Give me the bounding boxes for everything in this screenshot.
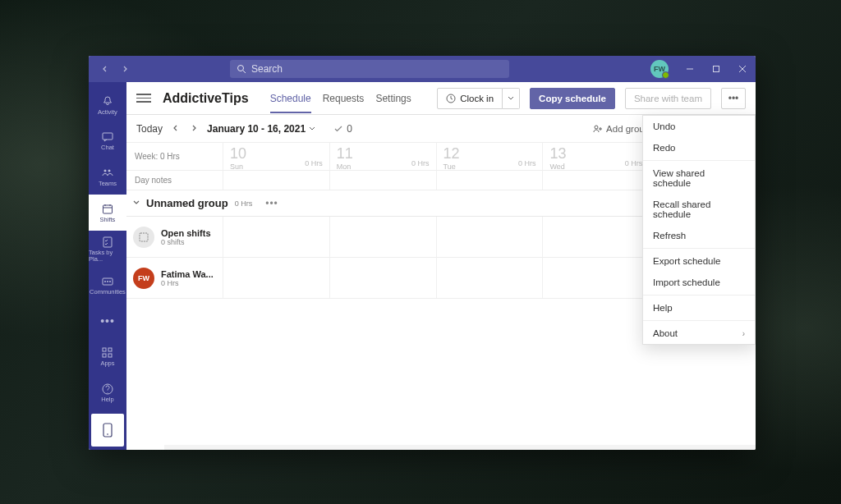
svg-rect-13 <box>103 237 112 247</box>
page-header: AddictiveTips Schedule Requests Settings… <box>126 82 756 115</box>
open-shifts-icon <box>133 227 154 248</box>
rail-teams[interactable]: Teams <box>89 159 126 195</box>
svg-point-0 <box>238 66 244 71</box>
menu-view-shared[interactable]: View shared schedule <box>643 163 755 194</box>
shift-cell[interactable] <box>436 217 543 257</box>
copy-schedule-button[interactable]: Copy schedule <box>530 88 615 109</box>
open-shifts-count: 0 shifts <box>161 238 211 246</box>
shift-cell[interactable] <box>329 217 436 257</box>
menu-export[interactable]: Export schedule <box>643 250 755 272</box>
svg-rect-6 <box>103 133 113 140</box>
day-notes-cell[interactable] <box>223 171 329 190</box>
user-avatar[interactable]: FW <box>650 60 669 78</box>
date-range-picker[interactable]: January 10 - 16, 2021 <box>207 123 315 135</box>
svg-rect-9 <box>103 205 113 213</box>
add-group-icon <box>593 124 603 134</box>
rail-apps[interactable]: Apps <box>89 339 126 375</box>
minimize-button[interactable] <box>677 56 703 82</box>
shift-cell[interactable] <box>436 258 543 298</box>
tabs: Schedule Requests Settings <box>270 85 411 112</box>
clock-in-dropdown[interactable] <box>503 88 520 109</box>
svg-rect-19 <box>108 348 112 351</box>
day-header-wed: 13Wed 0 Hrs <box>542 143 649 170</box>
group-collapse-toggle[interactable] <box>131 199 141 208</box>
menu-help[interactable]: Help <box>643 297 755 318</box>
rail-mobile-tile[interactable] <box>91 414 124 447</box>
shift-cell[interactable] <box>223 217 329 257</box>
svg-point-8 <box>108 170 111 172</box>
svg-point-7 <box>104 170 107 172</box>
search-icon <box>237 64 246 74</box>
chevron-down-icon <box>508 95 514 102</box>
checked-count: 0 <box>333 123 352 135</box>
search-input[interactable]: Search <box>230 60 509 78</box>
bell-icon <box>101 95 114 108</box>
menu-about[interactable]: About › <box>643 323 755 344</box>
day-header-tue: 12Tue 0 Hrs <box>436 143 543 170</box>
svg-line-1 <box>243 71 246 73</box>
main-content: AddictiveTips Schedule Requests Settings… <box>126 82 756 450</box>
communities-icon <box>101 275 114 288</box>
svg-point-15 <box>104 281 106 282</box>
user-avatar: FW <box>133 268 154 289</box>
rail-help[interactable]: Help <box>89 374 126 410</box>
mobile-icon <box>102 423 113 438</box>
rail-more[interactable]: ••• <box>89 303 126 339</box>
app-rail: Activity Chat Teams Shifts Tasks by Pla.… <box>89 82 126 450</box>
chevron-down-icon <box>309 126 315 132</box>
day-header-sun: 10Sun 0 Hrs <box>223 143 329 170</box>
rail-tasks[interactable]: Tasks by Pla... <box>89 231 126 267</box>
hamburger-button[interactable] <box>136 91 151 106</box>
menu-divider <box>643 160 755 161</box>
menu-divider <box>643 248 755 249</box>
rail-chat[interactable]: Chat <box>89 123 126 159</box>
clock-in-button[interactable]: Clock in <box>437 88 503 109</box>
day-header-mon: 11Mon 0 Hrs <box>329 143 436 170</box>
nav-forward-button[interactable] <box>115 59 135 79</box>
shift-cell[interactable] <box>223 258 329 298</box>
svg-point-17 <box>109 281 111 282</box>
chat-icon <box>101 131 114 144</box>
nav-back-button[interactable] <box>95 59 115 79</box>
shift-cell[interactable] <box>542 217 649 257</box>
menu-undo[interactable]: Undo <box>643 116 755 137</box>
share-with-team-button[interactable]: Share with team <box>625 88 711 109</box>
menu-import[interactable]: Import schedule <box>643 272 755 293</box>
day-notes-cell[interactable] <box>436 171 543 190</box>
more-actions-menu: Undo Redo View shared schedule Recall sh… <box>642 115 756 345</box>
user-hours: 0 Hrs <box>161 279 214 287</box>
group-more-button[interactable]: ••• <box>265 198 278 209</box>
rail-shifts[interactable]: Shifts <box>89 195 126 231</box>
shift-cell[interactable] <box>329 258 436 298</box>
shift-cell[interactable] <box>542 258 649 298</box>
chevron-right-icon: › <box>742 329 745 338</box>
menu-recall-shared[interactable]: Recall shared schedule <box>643 194 755 225</box>
shifts-icon <box>101 203 114 216</box>
titlebar: Search FW <box>89 56 756 82</box>
prev-week-button[interactable] <box>171 124 181 133</box>
tab-settings[interactable]: Settings <box>375 85 411 112</box>
apps-icon <box>101 346 114 360</box>
svg-rect-18 <box>103 348 106 351</box>
maximize-button[interactable] <box>703 56 729 82</box>
help-icon <box>101 383 114 396</box>
close-button[interactable] <box>729 56 756 82</box>
next-week-button[interactable] <box>189 124 199 133</box>
more-icon: ••• <box>100 314 115 328</box>
svg-rect-20 <box>103 354 106 357</box>
clock-in-group: Clock in <box>437 88 520 109</box>
day-notes-cell[interactable] <box>542 171 649 190</box>
tab-schedule[interactable]: Schedule <box>270 85 311 112</box>
search-placeholder: Search <box>251 63 283 75</box>
tab-requests[interactable]: Requests <box>323 85 365 112</box>
day-notes-label: Day notes <box>126 171 223 190</box>
group-hours: 0 Hrs <box>235 199 253 208</box>
day-notes-cell[interactable] <box>329 171 436 190</box>
more-actions-button[interactable]: ••• <box>721 88 746 109</box>
menu-refresh[interactable]: Refresh <box>643 225 755 246</box>
today-button[interactable]: Today <box>136 123 163 135</box>
rail-communities[interactable]: Communities <box>89 267 126 303</box>
rail-activity[interactable]: Activity <box>89 87 126 123</box>
menu-redo[interactable]: Redo <box>643 137 755 158</box>
add-group-button[interactable]: Add group <box>593 124 650 134</box>
